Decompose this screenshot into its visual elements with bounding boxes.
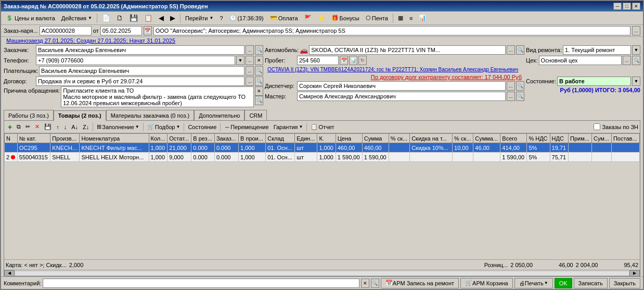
- master-input[interactable]: Смирнов Александр Александрович: [297, 92, 506, 101]
- car-input[interactable]: SKODA, OCTAVIA II (1Z3) № P222TT71 VIN T…: [309, 45, 506, 55]
- mileage-calendar-button[interactable]: 📅: [340, 56, 348, 65]
- save-button[interactable]: Записать: [574, 278, 608, 288]
- table-row[interactable]: ОС295 KNECH... KNECHT Фильтр мас... 1,00…: [5, 143, 640, 153]
- tab-crm[interactable]: CRM: [244, 110, 267, 120]
- payer-search-button[interactable]: 🔍: [255, 66, 263, 75]
- master-search-button[interactable]: 🔍: [516, 92, 524, 101]
- date-picker-button[interactable]: 📅: [144, 26, 152, 35]
- mileage-input[interactable]: 254 560: [297, 56, 339, 65]
- orders-checkbox[interactable]: [594, 123, 600, 130]
- tab-works[interactable]: Работы (3 поз.): [4, 110, 54, 120]
- shop-search-button[interactable]: 🔍: [632, 56, 640, 65]
- tb-btn4[interactable]: 📋: [141, 12, 155, 24]
- tb-btn5[interactable]: ◀: [156, 12, 166, 24]
- phone-dropdown-button[interactable]: ▼: [236, 56, 244, 65]
- contract-input[interactable]: Продажа з\ч и сервис в Руб от 29.07.24: [36, 77, 244, 86]
- move-button[interactable]: ↔ Перемещение: [222, 122, 271, 132]
- tb-btn6[interactable]: ▶: [168, 12, 178, 24]
- contract-dots-button[interactable]: ...: [246, 77, 254, 86]
- minimize-button[interactable]: ─: [613, 3, 622, 10]
- warranty-button[interactable]: Гарантия ▼: [272, 122, 305, 132]
- tb-btn3[interactable]: 💾: [127, 12, 140, 24]
- shop-dots-button[interactable]: ...: [623, 56, 631, 65]
- time-button[interactable]: 🕐 (17:36:39): [227, 12, 266, 24]
- mileage-refresh-button[interactable]: ↻: [358, 56, 367, 65]
- tab-goods[interactable]: Товары (2 поз.): [54, 110, 106, 121]
- delete-row-button[interactable]: ✕: [33, 122, 42, 132]
- table-row[interactable]: 2 550040315 SHELL SHELL HELIX Моторн... …: [5, 153, 640, 162]
- actions-button[interactable]: Действия ▼: [59, 12, 95, 24]
- tb-btn10[interactable]: ≡: [407, 12, 415, 24]
- status-input[interactable]: В работе: [557, 77, 631, 86]
- tb-btn2[interactable]: 🗋: [114, 12, 126, 24]
- comment-clear-button[interactable]: ✕: [361, 279, 369, 288]
- save-table-button[interactable]: 💾: [42, 122, 54, 132]
- ok-button[interactable]: OK: [555, 278, 572, 288]
- tb-btn8[interactable]: ⭐: [315, 12, 328, 24]
- sort-za-button[interactable]: Z↓: [81, 122, 91, 132]
- phone-input[interactable]: +7 (909) 0776600: [36, 56, 235, 65]
- tb-btn11[interactable]: 📊: [416, 12, 429, 24]
- scroll-right-button[interactable]: ▶: [629, 270, 640, 276]
- payer-input[interactable]: Васильев Александр Евгеньевич: [39, 66, 244, 75]
- horizontal-scrollbar[interactable]: ◀ ▶: [4, 270, 640, 276]
- fill-button[interactable]: ⊞ Заполнение ▼: [95, 122, 141, 132]
- customer-input[interactable]: Васильев Александр Евгеньевич: [36, 45, 244, 55]
- shop-input[interactable]: Основной цех: [539, 56, 622, 65]
- doc-date-field[interactable]: 05.02.2025: [100, 26, 142, 35]
- prices-button[interactable]: $ Цены и валюта: [3, 12, 58, 24]
- machine-info-link[interactable]: Машинозаезд 27.01.2025; Создан 27.01.202…: [4, 37, 178, 44]
- status-dropdown[interactable]: ▼: [632, 77, 640, 86]
- car-info-link[interactable]: OCTAVIA II (1Z3); VIN TMBBE61Z4A2021724;…: [265, 66, 521, 73]
- penta-button[interactable]: ⬡ Пента: [363, 12, 391, 24]
- car-search-button[interactable]: 🔍: [516, 45, 524, 55]
- dispatcher-search-button[interactable]: 🔍: [516, 81, 524, 91]
- edit-row-button[interactable]: ✏: [23, 122, 32, 132]
- tb-btn9[interactable]: ▦: [395, 12, 406, 24]
- move-down-button[interactable]: ↓: [62, 122, 69, 132]
- repair-type-input[interactable]: 1. Текущий ремонт: [563, 45, 631, 55]
- tb-btn1[interactable]: 📄: [99, 12, 113, 24]
- arm-basket-button[interactable]: 🛒 АРМ Корзина: [460, 278, 513, 288]
- add-row-button[interactable]: +: [6, 122, 14, 132]
- master-dots-button[interactable]: ...: [507, 92, 515, 101]
- dispatcher-input[interactable]: Сорокин Сергей Николаевич: [297, 81, 506, 91]
- phone-clear-button[interactable]: ✕: [255, 56, 263, 65]
- copy-row-button[interactable]: ⧉: [15, 122, 23, 132]
- print-button[interactable]: 🖨 Печать ▼: [514, 278, 553, 288]
- dispatcher-dots-button[interactable]: ...: [507, 81, 515, 91]
- reason-search-button[interactable]: 🔍: [255, 96, 263, 105]
- status-table-button[interactable]: Состояние: [186, 122, 218, 132]
- arm-record-button[interactable]: 📅 АРМ Запись на ремонт: [381, 278, 459, 288]
- comment-input[interactable]: [43, 279, 359, 288]
- payment-button[interactable]: 💳 Оплата: [267, 12, 301, 24]
- customer-dots-button[interactable]: ...: [246, 45, 254, 55]
- move-up-button[interactable]: ↑: [54, 122, 61, 132]
- close-button[interactable]: ✕: [632, 3, 640, 10]
- maximize-button[interactable]: □: [623, 3, 631, 10]
- mileage-chart-button[interactable]: 📊: [349, 56, 357, 65]
- payer-dots-button[interactable]: ...: [246, 66, 254, 75]
- contract-search-button[interactable]: 🔍: [255, 77, 263, 86]
- debt-link[interactable]: По договору долг контрагенту составляет:…: [371, 74, 524, 80]
- org-select-button[interactable]: ...: [632, 26, 640, 35]
- close-doc-button[interactable]: Закрыть: [609, 278, 640, 288]
- phone-dots-button[interactable]: ...: [246, 56, 254, 65]
- tab-additional[interactable]: Дополнительно: [194, 110, 244, 120]
- tab-materials[interactable]: Материалы заказчика (0 поз.): [106, 110, 195, 120]
- reason-input[interactable]: Пригласите клиента на ТО Масло моторное …: [61, 86, 254, 107]
- bonuses-button[interactable]: 🎁 Бонусы: [329, 12, 362, 24]
- car-dots-button[interactable]: ...: [507, 45, 515, 55]
- customer-search-button[interactable]: 🔍: [255, 45, 263, 55]
- scroll-track[interactable]: [15, 271, 629, 276]
- help-button[interactable]: ?: [217, 12, 225, 24]
- scroll-left-button[interactable]: ◀: [4, 270, 15, 276]
- sort-az-button[interactable]: A↓: [69, 122, 80, 132]
- doc-num-field[interactable]: АС00000028: [40, 26, 92, 35]
- tb-btn7[interactable]: 🚩: [302, 12, 314, 24]
- goto-button[interactable]: Перейти ▼: [183, 12, 216, 24]
- repair-type-dropdown[interactable]: ▼: [632, 45, 640, 55]
- reason-clear-button[interactable]: ✕: [255, 86, 263, 96]
- report-button[interactable]: 📋 Отчет: [308, 122, 336, 132]
- comment-search-button[interactable]: 🔍: [371, 279, 379, 288]
